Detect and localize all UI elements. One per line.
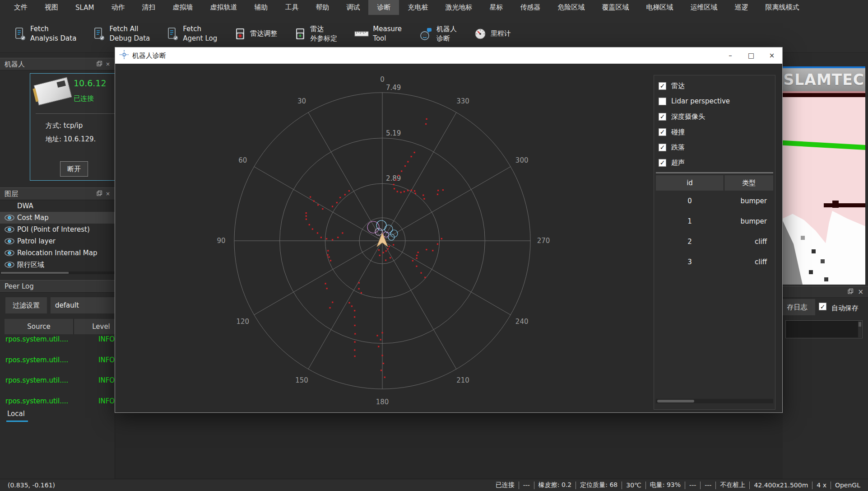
lidar-point [354, 310, 355, 311]
filter-preset-select[interactable]: default [51, 297, 115, 313]
toolbar-button-7[interactable]: 机器人诊断 [419, 24, 457, 43]
layer-item-4[interactable]: Patrol layer [0, 235, 115, 247]
menu-item-12[interactable]: 诊断 [368, 0, 399, 15]
minimize-button[interactable]: – [720, 47, 741, 64]
menu-item-1[interactable]: 文件 [5, 0, 36, 15]
menu-item-22[interactable]: 限离线模式 [757, 0, 808, 15]
tab-local[interactable]: Local [7, 410, 25, 418]
eye-visible-icon[interactable] [4, 238, 15, 244]
layer-label: 限行区域 [17, 261, 44, 269]
log-row-3[interactable]: rpos.system.util....INFO [5, 375, 115, 396]
close-button[interactable]: × [761, 47, 782, 64]
disconnect-button[interactable]: 断开 [60, 161, 88, 177]
menu-item-19[interactable]: 电梯区域 [637, 0, 682, 15]
menu-item-18[interactable]: 覆盖区域 [593, 0, 637, 15]
sensor-checkbox[interactable] [659, 82, 666, 90]
virtual-track-line [783, 140, 865, 150]
menu-item-3[interactable]: SLAM [67, 0, 102, 15]
robot-device-card[interactable]: 10.6.12 已连接 方式: tcp/ip 地址: 10.6.129. 断开 [30, 73, 115, 181]
eye-visible-icon[interactable] [4, 262, 15, 268]
lidar-point [332, 302, 333, 303]
menu-item-17[interactable]: 危险区域 [549, 0, 593, 15]
menu-item-16[interactable]: 传感器 [511, 0, 549, 15]
menu-item-4[interactable]: 动作 [102, 0, 133, 15]
map-wall-band [824, 203, 865, 207]
save-log-button[interactable]: 存日志 [783, 299, 815, 315]
menu-item-5[interactable]: 清扫 [133, 0, 164, 15]
toolbar-button-5[interactable]: 雷达外参标定 [294, 24, 337, 43]
peerlog-panel-title: Peer Log [5, 282, 34, 290]
layer-item-6[interactable]: 限行区域 [0, 259, 115, 271]
close-panel-icon[interactable]: × [858, 288, 863, 296]
menu-item-21[interactable]: 巡逻 [726, 0, 757, 15]
dialog-titlebar[interactable]: 机器人诊断 – □ × [115, 47, 782, 64]
sensor-row-4[interactable]: 3cliff [656, 253, 773, 274]
menu-item-6[interactable]: 虚拟墙 [164, 0, 201, 15]
toolbar-button-4[interactable]: 雷达调整 [234, 27, 277, 41]
sensor-overlay-circle [376, 220, 386, 230]
sensor-row-2[interactable]: 1bumper [656, 213, 773, 233]
menu-item-20[interactable]: 运维区域 [682, 0, 726, 15]
menu-item-15[interactable]: 星标 [481, 0, 511, 15]
sensor-checkbox[interactable] [659, 128, 666, 136]
toolbar-button-3[interactable]: FetchAgent Log [167, 24, 217, 43]
toolbar-button-8[interactable]: 里程计 [474, 28, 511, 40]
log-col-level[interactable]: Level [74, 319, 115, 334]
lidar-point [327, 250, 329, 251]
eye-visible-icon[interactable] [4, 226, 15, 233]
sensor-col-type[interactable]: 类型 [724, 175, 773, 191]
menu-item-11[interactable]: 调试 [338, 0, 368, 15]
sensor-checkbox[interactable] [659, 113, 666, 121]
sensor-row-1[interactable]: 0bumper [656, 192, 773, 213]
log-row-2[interactable]: rpos.system.util....INFO [5, 355, 115, 376]
left-sidebar: 机器人 × 10.6.12 已连接 方式: tcp/ip 地址: 10.6.12… [0, 53, 115, 479]
layers-scrollbar[interactable] [0, 271, 115, 274]
toolbar-button-6[interactable]: MeasureTool [354, 24, 402, 43]
eye-visible-icon[interactable] [4, 250, 15, 256]
gauge-icon [474, 28, 487, 40]
lidar-point [390, 257, 391, 258]
filter-settings-button[interactable]: 过滤设置 [5, 297, 47, 313]
scrollbar[interactable] [858, 321, 862, 337]
sensor-checkbox[interactable] [659, 159, 666, 167]
float-panel-icon[interactable] [97, 61, 102, 68]
sensor-overlay-circle [367, 221, 379, 233]
menu-item-10[interactable]: 帮助 [307, 0, 338, 15]
menu-item-2[interactable]: 视图 [36, 0, 67, 15]
menu-item-7[interactable]: 虚拟轨道 [201, 0, 246, 15]
lidar-point [385, 260, 386, 261]
lidar-point [397, 191, 398, 192]
layer-item-1[interactable]: DWA [0, 200, 115, 212]
menu-item-8[interactable]: 辅助 [246, 0, 276, 15]
float-panel-icon[interactable] [848, 288, 853, 296]
float-panel-icon[interactable] [97, 191, 102, 197]
toolbar-button-1[interactable]: FetchAnalysis Data [14, 24, 76, 43]
fetch-doc-icon [167, 27, 179, 41]
close-panel-icon[interactable]: × [106, 191, 110, 197]
sensor-row-3[interactable]: 2cliff [656, 233, 773, 253]
robot-method: 方式: tcp/ip [46, 122, 83, 130]
sensor-table-scrollbar[interactable] [656, 399, 773, 403]
toolbar-button-2[interactable]: Fetch AllDebug Data [93, 24, 150, 43]
menu-item-14[interactable]: 激光地标 [436, 0, 481, 15]
robot-diagnostics-dialog: 机器人诊断 – □ × 0306090120150180210240270300… [115, 47, 783, 413]
layer-item-3[interactable]: POI (Point of Interest) [0, 224, 115, 235]
autosave-checkbox[interactable] [819, 303, 826, 310]
layer-item-5[interactable]: Relocation Internal Map [0, 247, 115, 259]
log-path-input[interactable] [785, 320, 863, 338]
log-row-1[interactable]: rpos.system.util....INFO [5, 334, 115, 355]
log-col-source[interactable]: Source [5, 319, 74, 334]
angle-tick-label: 0 [380, 75, 385, 84]
layer-item-2[interactable]: Cost Map [0, 212, 115, 224]
menu-item-13[interactable]: 充电桩 [399, 0, 436, 15]
close-panel-icon[interactable]: × [106, 61, 110, 67]
eye-visible-icon[interactable] [4, 215, 15, 221]
lidar-point [381, 332, 383, 333]
menu-item-9[interactable]: 工具 [276, 0, 307, 15]
log-level: INFO [98, 376, 115, 384]
sensor-checkbox[interactable] [659, 98, 666, 105]
sensor-checkbox[interactable] [659, 144, 666, 151]
maximize-button[interactable]: □ [741, 47, 761, 64]
occupancy-map[interactable] [783, 91, 865, 285]
sensor-col-id[interactable]: id [656, 175, 724, 191]
